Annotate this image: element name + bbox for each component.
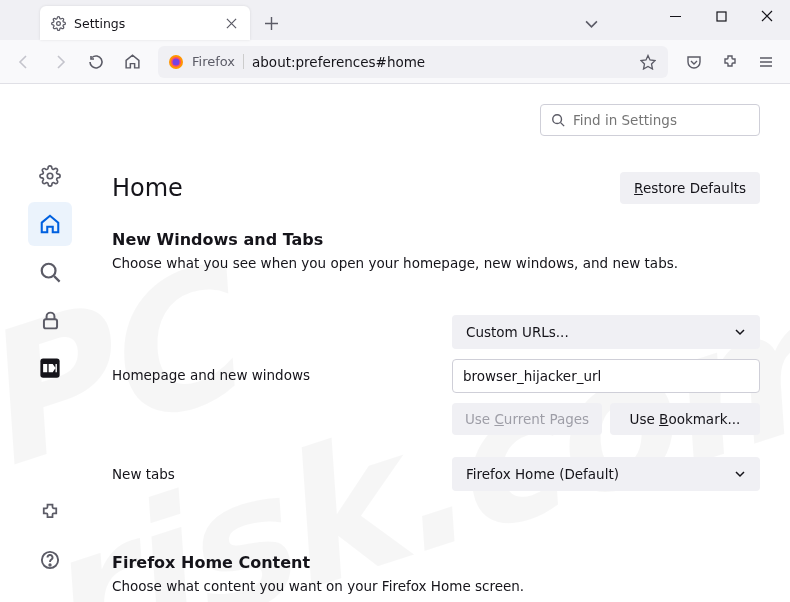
tab-title: Settings — [74, 16, 214, 31]
tabs-dropdown-icon[interactable] — [576, 8, 606, 38]
find-in-settings-input[interactable] — [573, 112, 749, 128]
bookmark-star-icon[interactable] — [638, 52, 658, 72]
menu-icon[interactable] — [750, 46, 782, 78]
newtabs-select-value: Firefox Home (Default) — [466, 466, 619, 482]
newtabs-label: New tabs — [112, 466, 432, 482]
restore-defaults-button[interactable]: Restore Defaults — [620, 172, 760, 204]
forward-button[interactable] — [44, 46, 76, 78]
titlebar: Settings — [0, 0, 790, 40]
sidebar-privacy[interactable] — [28, 298, 72, 342]
newtabs-select[interactable]: Firefox Home (Default) — [452, 457, 760, 491]
home-button[interactable] — [116, 46, 148, 78]
sidebar-home[interactable] — [28, 202, 72, 246]
url-bar[interactable]: Firefox about:preferences#home — [158, 46, 668, 78]
find-in-settings[interactable] — [540, 104, 760, 136]
back-button[interactable] — [8, 46, 40, 78]
svg-rect-1 — [717, 12, 726, 21]
reload-button[interactable] — [80, 46, 112, 78]
close-window-button[interactable] — [744, 0, 790, 32]
search-icon — [551, 113, 565, 127]
svg-point-6 — [42, 264, 56, 278]
gear-icon — [50, 15, 66, 31]
sidebar-help[interactable] — [28, 538, 72, 582]
settings-main: Home Restore Defaults New Windows and Ta… — [100, 84, 790, 602]
svg-rect-7 — [43, 319, 56, 328]
homepage-url-input[interactable] — [452, 359, 760, 393]
svg-point-0 — [56, 21, 60, 25]
homepage-select-value: Custom URLs... — [466, 324, 569, 340]
firefox-logo-icon — [168, 54, 184, 70]
use-current-pages-button[interactable]: Use Current Pages — [452, 403, 602, 435]
section-subtext-2: Choose what content you want on your Fir… — [112, 578, 760, 594]
homepage-select[interactable]: Custom URLs... — [452, 315, 760, 349]
use-bookmark-button[interactable]: Use Bookmark... — [610, 403, 760, 435]
section-title-2: Firefox Home Content — [112, 553, 760, 572]
chevron-down-icon — [734, 468, 746, 480]
content-area: PCrisk.com H — [0, 84, 790, 602]
svg-point-11 — [553, 115, 562, 124]
svg-point-4 — [173, 58, 180, 65]
close-icon[interactable] — [222, 14, 240, 32]
section-title: New Windows and Tabs — [112, 230, 760, 249]
svg-point-10 — [49, 564, 51, 566]
settings-sidebar — [0, 84, 100, 602]
urlbar-identity: Firefox — [192, 54, 244, 69]
browser-tab[interactable]: Settings — [40, 6, 250, 40]
pocket-icon[interactable] — [678, 46, 710, 78]
new-tab-button[interactable] — [256, 8, 286, 38]
svg-point-5 — [47, 173, 53, 179]
page-title: Home — [112, 174, 620, 202]
sidebar-search[interactable] — [28, 250, 72, 294]
sidebar-general[interactable] — [28, 154, 72, 198]
window-controls — [652, 0, 790, 32]
maximize-button[interactable] — [698, 0, 744, 32]
homepage-label: Homepage and new windows — [112, 367, 432, 383]
sidebar-more[interactable] — [28, 346, 72, 390]
section-subtext: Choose what you see when you open your h… — [112, 255, 760, 271]
urlbar-text: about:preferences#home — [252, 54, 630, 70]
toolbar: Firefox about:preferences#home — [0, 40, 790, 84]
minimize-button[interactable] — [652, 0, 698, 32]
chevron-down-icon — [734, 326, 746, 338]
sidebar-extensions[interactable] — [28, 490, 72, 534]
extensions-icon[interactable] — [714, 46, 746, 78]
